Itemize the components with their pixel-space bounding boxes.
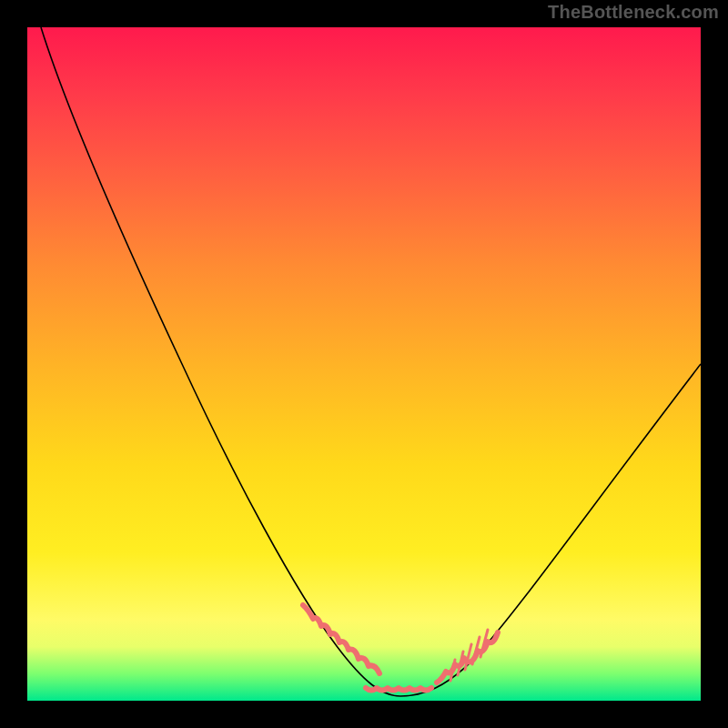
watermark-text: TheBottleneck.com: [548, 2, 719, 23]
marker-cluster-left: [303, 605, 379, 673]
curve-overlay: [27, 27, 701, 701]
chart-frame: TheBottleneck.com: [0, 0, 728, 728]
plot-area: [27, 27, 701, 701]
marker-cluster-bottom: [366, 688, 431, 691]
bottleneck-curve: [41, 27, 701, 696]
marker-cluster-right: [437, 630, 498, 682]
